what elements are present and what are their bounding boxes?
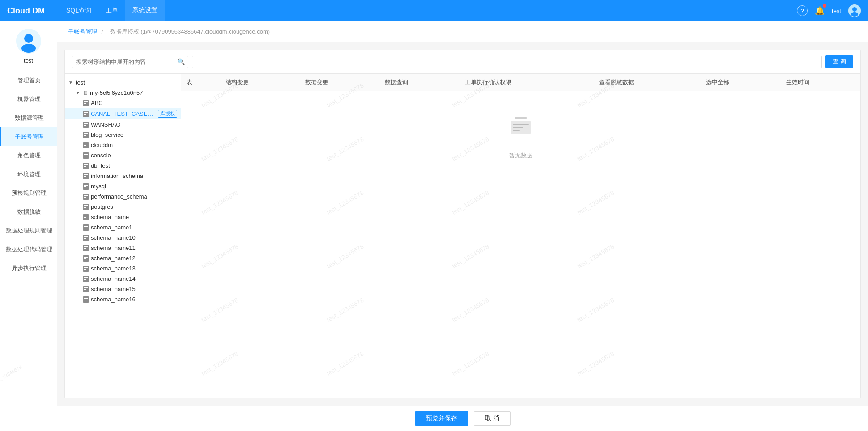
top-menu: SQL查询 工单 系统设置 <box>59 0 797 21</box>
sidebar-item-role-mgmt[interactable]: 角色管理 <box>0 146 57 165</box>
svg-point-2 <box>851 12 858 17</box>
tree-node-db-13[interactable]: schema_name10 <box>65 232 181 243</box>
tree-tag-db-1: 库授权 <box>158 110 177 118</box>
watermark-2-3: test_12345678 <box>576 189 615 216</box>
watermark-4-3: test_12345678 <box>576 296 615 323</box>
db-icon-10 <box>83 204 89 210</box>
svg-rect-8 <box>513 124 529 125</box>
tree-label-db-6: db_test <box>91 162 177 169</box>
sidebar-item-admin-home[interactable]: 管理首页 <box>0 71 57 90</box>
cancel-button[interactable]: 取 消 <box>474 411 511 426</box>
tree-node-db-5[interactable]: console <box>65 150 181 161</box>
col-header-1: 结构变更 <box>220 74 300 91</box>
sidebar-item-data-process-rules[interactable]: 数据处理规则管理 <box>0 221 57 240</box>
tree-label-db-4: clouddm <box>91 142 177 148</box>
sidebar-item-data-process-code[interactable]: 数据处理代码管理 <box>0 240 57 259</box>
tree-node-db-2[interactable]: WANSHAO <box>65 119 181 130</box>
tree-node-db-15[interactable]: schema_name12 <box>65 253 181 263</box>
sidebar-item-machine-mgmt[interactable]: 机器管理 <box>0 90 57 109</box>
watermark-5-1: test_12345678 <box>325 350 365 377</box>
main-panel: 🔍 查 询 ▼ test <box>64 50 861 398</box>
breadcrumb-subaccount[interactable]: 子账号管理 <box>68 28 97 35</box>
nav-system-settings[interactable]: 系统设置 <box>125 0 165 21</box>
db-icon-8 <box>83 183 89 190</box>
watermark-4-0: test_12345678 <box>200 296 239 323</box>
bell-badge <box>823 4 826 8</box>
query-input[interactable] <box>192 56 822 68</box>
empty-icon <box>506 113 535 146</box>
db-icon-1 <box>83 111 89 117</box>
sidebar-item-subaccount-mgmt[interactable]: 子账号管理 <box>0 127 57 146</box>
tree-node-db-6[interactable]: db_test <box>65 161 181 171</box>
nav-work-order[interactable]: 工单 <box>98 0 125 21</box>
db-icon-7 <box>83 173 89 179</box>
tree-label-db-9: performance_schema <box>91 193 177 200</box>
sidebar-item-data-masking[interactable]: 数据脱敏 <box>0 203 57 221</box>
top-avatar[interactable] <box>848 4 861 17</box>
sidebar-item-env-mgmt[interactable]: 环境管理 <box>0 165 57 184</box>
help-icon[interactable]: ? <box>797 5 808 16</box>
tree-node-db-19[interactable]: schema_name16 <box>65 294 181 304</box>
tree-node-db-12[interactable]: schema_name1 <box>65 222 181 232</box>
table-header-row: 表结构变更数据变更数据查询工单执行确认权限查看脱敏数据选中全部生效时间 <box>181 74 860 91</box>
tree-node-db-4[interactable]: clouddm <box>65 140 181 150</box>
tree-label-db-18: schema_name15 <box>91 286 177 292</box>
sidebar-item-async-exec[interactable]: 异步执行管理 <box>0 259 57 278</box>
db-icon-11 <box>83 214 89 220</box>
top-navigation: Cloud DM SQL查询 工单 系统设置 ? 🔔 test <box>0 0 868 21</box>
watermark-5-0: test_12345678 <box>200 350 239 377</box>
tree-node-db-1[interactable]: CANAL_TEST_CASE_FORM... 库授权 <box>65 108 181 119</box>
sidebar-username: test <box>24 57 33 64</box>
server-icon: 🖥 <box>83 90 88 96</box>
col-header-0: 表 <box>181 74 220 91</box>
tree-search-input[interactable] <box>72 56 188 68</box>
watermark-3-3: test_12345678 <box>576 243 615 270</box>
bell-icon[interactable]: 🔔 <box>815 6 825 16</box>
watermark-3-1: test_12345678 <box>325 243 365 270</box>
db-icon-5 <box>83 152 89 159</box>
nav-sql-query[interactable]: SQL查询 <box>59 0 98 21</box>
svg-point-4 <box>24 34 33 43</box>
tree-node-db-18[interactable]: schema_name15 <box>65 284 181 294</box>
tree-label-db-10: postgres <box>91 203 177 210</box>
tree-node-child[interactable]: ▼ 🖥 my-5cl5j6yzc1u0n57 <box>65 88 181 98</box>
tree-node-db-0[interactable]: ABC <box>65 98 181 108</box>
tree-node-db-9[interactable]: performance_schema <box>65 191 181 202</box>
tree-label-db-3: blog_service <box>91 131 177 138</box>
tree-node-db-11[interactable]: schema_name <box>65 212 181 222</box>
tree-label-child: my-5cl5j6yzc1u0n57 <box>90 89 177 96</box>
svg-point-5 <box>21 44 36 53</box>
watermark-2-0: test_12345678 <box>200 189 239 216</box>
db-icon-6 <box>83 163 89 169</box>
tree-label-db-13: schema_name10 <box>91 234 177 241</box>
svg-rect-7 <box>515 117 527 119</box>
tree-node-root[interactable]: ▼ test <box>65 77 181 88</box>
tree-panel: ▼ test ▼ 🖥 my-5cl5j6yzc1u0n57 <box>65 74 181 398</box>
tree-node-db-8[interactable]: mysql <box>65 181 181 191</box>
sidebar-item-datasource-mgmt[interactable]: 数据源管理 <box>0 109 57 127</box>
watermark-2-2: test_12345678 <box>451 189 490 216</box>
expand-arrow-root: ▼ <box>68 80 75 85</box>
save-button[interactable]: 预览并保存 <box>415 411 468 426</box>
watermark-2-1: test_12345678 <box>325 189 365 216</box>
tree-node-db-17[interactable]: schema_name14 <box>65 274 181 284</box>
tree-node-db-7[interactable]: information_schema <box>65 171 181 181</box>
table-scroll: 表结构变更数据变更数据查询工单执行确认权限查看脱敏数据选中全部生效时间 <box>181 74 860 398</box>
breadcrumb-separator: / <box>102 28 105 35</box>
db-icon-16 <box>83 266 89 272</box>
query-button[interactable]: 查 询 <box>825 55 853 68</box>
footer: 预览并保存 取 消 <box>57 406 868 431</box>
col-header-3: 数据查询 <box>379 74 459 91</box>
col-header-6[interactable]: 选中全部 <box>701 74 780 91</box>
tree-node-db-16[interactable]: schema_name13 <box>65 263 181 274</box>
tree-label-root: test <box>76 79 177 86</box>
tree-node-db-3[interactable]: blog_service <box>65 130 181 140</box>
top-username[interactable]: test <box>832 8 841 14</box>
sidebar-nav: 管理首页 机器管理 数据源管理 子账号管理 角色管理 环境管理 预检规则管理 数… <box>0 71 57 278</box>
tree-node-db-14[interactable]: schema_name11 <box>65 243 181 253</box>
empty-state: 暂无数据 <box>181 91 860 181</box>
db-icon-19 <box>83 296 89 303</box>
sidebar-item-precheck-mgmt[interactable]: 预检规则管理 <box>0 184 57 203</box>
db-icon-3 <box>83 132 89 138</box>
tree-node-db-10[interactable]: postgres <box>65 202 181 212</box>
